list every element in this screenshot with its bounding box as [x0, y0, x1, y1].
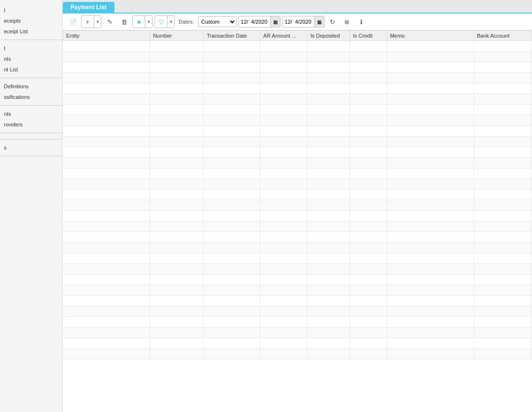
sidebar-item-1[interactable]: t — [0, 5, 62, 15]
table-row[interactable] — [63, 317, 532, 328]
table-row[interactable] — [63, 126, 532, 137]
refresh-icon: ↻ — [330, 18, 335, 26]
table-row[interactable] — [63, 243, 532, 253]
filter-chevron-icon: ▾ — [170, 19, 172, 24]
cancel-button[interactable]: ⊗ — [341, 16, 353, 27]
table-row[interactable] — [63, 253, 532, 264]
table-row[interactable] — [63, 179, 532, 190]
sidebar-divider-4 — [0, 133, 62, 133]
date-from-calendar-button[interactable]: ▦ — [270, 16, 280, 27]
sidebar-divider-2 — [0, 78, 62, 78]
table-header-row: Entity Number Transaction Date AR Amount… — [63, 31, 532, 41]
edit-icon: ✎ — [107, 18, 112, 26]
info-icon: ℹ — [360, 18, 363, 26]
sidebar: t eceipts eceipt List t nts nt List Defi… — [0, 0, 63, 412]
table-row[interactable] — [63, 328, 532, 338]
calendar-to-icon: ▦ — [317, 19, 322, 25]
sidebar-divider-3 — [0, 105, 62, 106]
table-row[interactable] — [63, 158, 532, 168]
table-row[interactable] — [63, 285, 532, 296]
filter-button-group: ▽ ▾ — [154, 15, 175, 28]
add-icon: + — [86, 18, 90, 26]
table-row[interactable] — [63, 168, 532, 179]
table-row[interactable] — [63, 211, 532, 221]
sidebar-item-9[interactable]: nts — [0, 109, 62, 119]
sidebar-item-6[interactable]: nt List — [0, 64, 62, 75]
table-row[interactable] — [63, 296, 532, 306]
main-panel: Payment List 📄 + ▾ ✎ 🗑 ★ — [63, 0, 532, 412]
table-row[interactable] — [63, 232, 532, 243]
info-button[interactable]: ℹ — [355, 16, 368, 27]
date-to-group: ▦ — [282, 16, 324, 27]
col-bank-account[interactable]: Bank Account — [474, 31, 532, 41]
table-row[interactable] — [63, 73, 532, 83]
col-is-deposited[interactable]: Is Deposited — [307, 31, 350, 41]
table-row[interactable] — [63, 62, 532, 73]
cancel-icon: ⊗ — [344, 18, 350, 26]
table-row[interactable] — [63, 190, 532, 200]
star-button-group: ★ ▾ — [132, 15, 153, 28]
table-row[interactable] — [63, 41, 532, 52]
sidebar-divider-1 — [0, 40, 62, 40]
col-memo[interactable]: Memo — [387, 31, 474, 41]
sidebar-item-definitions[interactable]: Definitions — [0, 81, 62, 92]
star-chevron-icon: ▾ — [148, 19, 150, 24]
document-icon: 📄 — [69, 18, 77, 26]
dates-label: Dates: — [179, 19, 194, 25]
filter-button[interactable]: ▽ — [155, 16, 168, 27]
table-row[interactable] — [63, 52, 532, 62]
col-transaction-date[interactable]: Transaction Date — [204, 31, 260, 41]
star-button[interactable]: ★ — [133, 16, 145, 27]
col-is-credit[interactable]: Is Credit — [350, 31, 387, 41]
sidebar-divider-6 — [0, 156, 62, 156]
col-ar-amount[interactable]: AR Amount ... — [260, 31, 308, 41]
filter-icon: ▽ — [159, 18, 164, 26]
date-from-input[interactable] — [239, 16, 270, 27]
star-dropdown-button[interactable]: ▾ — [145, 16, 152, 27]
toolbar: 📄 + ▾ ✎ 🗑 ★ ▾ — [63, 14, 532, 30]
table-row[interactable] — [63, 200, 532, 211]
tab-payment-list[interactable]: Payment List — [63, 2, 114, 13]
refresh-button[interactable]: ↻ — [326, 16, 339, 27]
delete-button[interactable]: 🗑 — [118, 16, 130, 27]
col-entity[interactable]: Entity — [63, 31, 150, 41]
sidebar-item-5[interactable]: nts — [0, 54, 62, 64]
table-row[interactable] — [63, 137, 532, 147]
sidebar-divider-5 — [0, 139, 62, 139]
delete-icon: 🗑 — [121, 18, 127, 26]
sidebar-item-providers[interactable]: roviders — [0, 119, 62, 130]
filter-dropdown-button[interactable]: ▾ — [168, 16, 174, 27]
calendar-from-icon: ▦ — [273, 19, 278, 25]
sidebar-item-receipt-list[interactable]: eceipt List — [0, 26, 62, 37]
edit-button[interactable]: ✎ — [103, 16, 116, 27]
payment-table: Entity Number Transaction Date AR Amount… — [63, 30, 532, 359]
table-row[interactable] — [63, 83, 532, 94]
sidebar-item-11[interactable]: s — [0, 142, 62, 153]
add-chevron-icon: ▾ — [97, 19, 99, 24]
table-row[interactable] — [63, 349, 532, 359]
star-icon: ★ — [136, 18, 142, 26]
date-to-calendar-button[interactable]: ▦ — [314, 16, 324, 27]
dates-select[interactable]: Custom Today This Week This Month This Y… — [198, 16, 237, 27]
date-to-input[interactable] — [283, 16, 314, 27]
tab-bar: Payment List — [63, 0, 532, 14]
col-number[interactable]: Number — [150, 31, 203, 41]
document-button[interactable]: 📄 — [67, 16, 79, 27]
table-row[interactable] — [63, 264, 532, 275]
sidebar-item-classifications[interactable]: ssifications — [0, 92, 62, 102]
table-area: Entity Number Transaction Date AR Amount… — [63, 30, 532, 412]
add-dropdown-button[interactable]: ▾ — [94, 16, 101, 27]
table-row[interactable] — [63, 306, 532, 317]
table-row[interactable] — [63, 94, 532, 105]
table-row[interactable] — [63, 275, 532, 285]
add-button[interactable]: + — [82, 16, 94, 27]
table-row[interactable] — [63, 115, 532, 126]
table-row[interactable] — [63, 338, 532, 349]
table-row[interactable] — [63, 105, 532, 115]
sidebar-item-receipts[interactable]: eceipts — [0, 15, 62, 26]
sidebar-item-4[interactable]: t — [0, 43, 62, 54]
table-row[interactable] — [63, 147, 532, 158]
date-from-group: ▦ — [238, 16, 280, 27]
table-row[interactable] — [63, 221, 532, 232]
add-button-group: + ▾ — [81, 15, 101, 28]
